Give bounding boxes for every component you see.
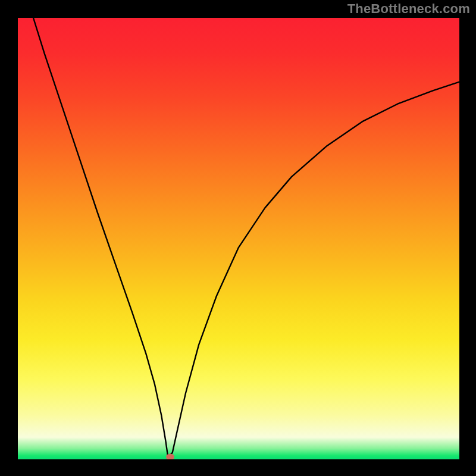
chart-frame: TheBottleneck.com: [0, 0, 476, 476]
vertex-marker: [166, 454, 174, 459]
curve-layer: [18, 18, 459, 459]
watermark-text: TheBottleneck.com: [347, 1, 470, 17]
plot-area: [18, 18, 459, 459]
bottleneck-curve: [33, 18, 459, 457]
